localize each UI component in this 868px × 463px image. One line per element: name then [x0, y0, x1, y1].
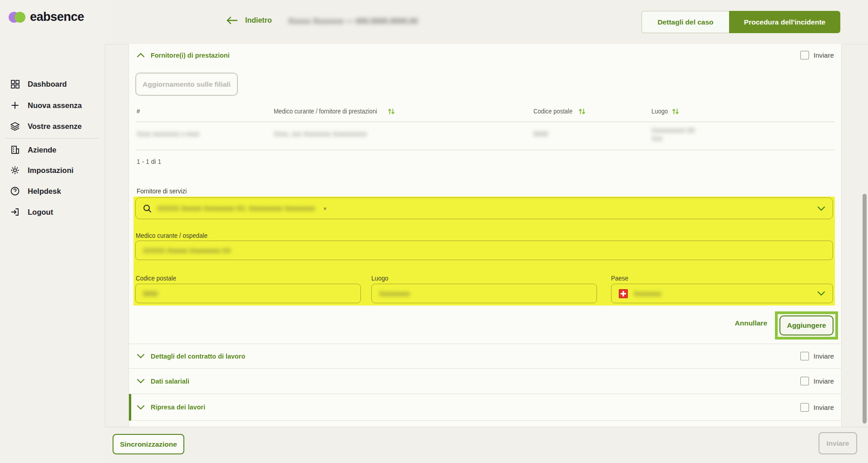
send-salary-group: Inviare: [800, 377, 834, 385]
section-title: Dettagli del contratto di lavoro: [151, 352, 245, 360]
back-button[interactable]: Indietro: [226, 15, 272, 25]
send-salary-checkbox[interactable]: [800, 377, 809, 385]
service-provider-value: XXXXX Xxxxxx Xxxxxxxxx XX, Xxxxxxxxxx Xx…: [157, 205, 315, 212]
table-row-divider: [135, 150, 835, 150]
postal-input-value: 0000: [143, 290, 158, 297]
sidebar-item-impostazioni[interactable]: Impostazioni: [10, 163, 74, 178]
dashboard-grid-icon: [10, 79, 20, 89]
chevron-up-icon: [137, 53, 145, 58]
sidebar-item-vostre-assenze[interactable]: Vostre assenze: [10, 118, 82, 134]
incident-procedure-panel: Fornitore(i) di prestazioni Inviare Aggi…: [128, 44, 842, 427]
country-field-label: Paese: [611, 275, 628, 282]
swiss-flag-icon: [619, 289, 628, 298]
sidebar-item-label: Nuova assenza: [28, 101, 82, 110]
country-select-value: Xxxxxxxx: [634, 290, 661, 297]
synchronization-button[interactable]: Sincronizzazione: [113, 434, 184, 454]
service-provider-label: Fornitore di servizi: [137, 187, 187, 195]
sort-icon[interactable]: [578, 108, 586, 115]
section-title: Fornitore(i) di prestazioni: [151, 51, 230, 59]
table-header-divider: [135, 122, 835, 122]
place-input-value: Xxxxxxxxx: [379, 290, 410, 297]
sidebar-item-helpdesk[interactable]: Helpdesk: [10, 183, 61, 199]
tab-case-details[interactable]: Dettagli del caso: [641, 11, 729, 33]
place-field-label: Luogo: [371, 275, 389, 282]
sidebar-divider: [6, 138, 99, 138]
brand-name: eabsence: [30, 10, 84, 24]
pagination-info: 1 - 1 di 1: [137, 158, 161, 165]
sidebar-item-logout[interactable]: Logout: [10, 204, 53, 220]
sort-icon[interactable]: [672, 108, 679, 115]
send-contract-checkbox[interactable]: [800, 352, 809, 360]
sort-icon[interactable]: [388, 108, 395, 115]
send-contract-label: Inviare: [814, 352, 834, 360]
column-header-doctor[interactable]: Medico curante / fornitore di prestazion…: [274, 108, 395, 115]
eabsence-logo-icon: [9, 12, 25, 23]
chevron-down-icon: [137, 379, 145, 384]
column-header-place[interactable]: Luogo: [651, 108, 679, 115]
send-providers-group: Inviare: [800, 51, 834, 59]
table-row-cell-postal[interactable]: 0000: [533, 130, 548, 138]
table-row-cell-doctor[interactable]: Xxxx, xxx Xxxxxxxx Xxxxxxxxxx: [274, 130, 367, 138]
plus-icon: [10, 100, 20, 110]
send-resumption-label: Inviare: [814, 404, 834, 411]
chevron-down-icon: [137, 405, 145, 410]
sidebar-item-dashboard[interactable]: Dashboard: [10, 76, 67, 92]
add-button-highlight-frame: Aggiungere: [775, 311, 838, 340]
chevron-down-icon: [137, 354, 145, 359]
sidebar-item-label: Impostazioni: [28, 166, 74, 175]
service-provider-select[interactable]: XXXXX Xxxxxx Xxxxxxxxx XX, Xxxxxxxxxx Xx…: [135, 197, 833, 219]
section-contract-details-header[interactable]: Dettagli del contratto di lavoro Inviare: [129, 344, 841, 369]
question-circle-icon: [10, 186, 20, 196]
section-work-resumption-header[interactable]: Ripresa dei lavori Inviare: [129, 394, 841, 421]
chevron-down-icon[interactable]: [817, 206, 825, 211]
brand-logo[interactable]: eabsence: [9, 10, 84, 24]
column-header-number: #: [137, 108, 140, 115]
update-branches-button[interactable]: Aggiornamento sulle filiali: [135, 73, 238, 96]
doctor-input-value: XXXXX Xxxxxx Xxxxxxxxx XX: [143, 247, 231, 254]
search-icon: [143, 204, 152, 213]
table-row-cell-place[interactable]: Xxxxxxxxxx 00: [651, 127, 695, 134]
sidebar-item-aziende[interactable]: Aziende: [10, 142, 56, 158]
table-row-cell-place-2[interactable]: Xxx: [651, 135, 662, 142]
send-providers-checkbox[interactable]: [800, 51, 809, 59]
layers-icon: [10, 121, 20, 131]
case-tabs: Dettagli del caso Procedura dell'inciden…: [641, 11, 840, 33]
case-title-redacted: Xxxxx Xxxxxxx — 000.0000.0000.00: [288, 17, 418, 26]
doctor-input[interactable]: XXXXX Xxxxxx Xxxxxxxxx XX: [135, 241, 833, 260]
section-salary-data-header[interactable]: Dati salariali Inviare: [129, 369, 841, 394]
back-arrow-icon: [226, 15, 238, 25]
highlighted-form-area: XXXXX Xxxxxx Xxxxxxxxx XX, Xxxxxxxxxx Xx…: [133, 197, 835, 305]
section-providers-header[interactable]: Fornitore(i) di prestazioni Inviare: [129, 44, 841, 66]
building-icon: [10, 145, 20, 155]
cancel-button[interactable]: Annullare: [732, 319, 770, 328]
add-button[interactable]: Aggiungere: [779, 315, 833, 335]
table-row-cell-number[interactable]: Xxxx xxxxxxxx x xxxx: [137, 130, 199, 138]
sidebar-item-label: Helpdesk: [28, 187, 61, 196]
send-contract-group: Inviare: [800, 352, 834, 360]
column-header-postal[interactable]: Codice postale: [533, 108, 586, 115]
page-footer: Sincronizzazione Inviare: [105, 427, 868, 463]
doctor-field-label: Medico curante / ospedale: [136, 232, 207, 239]
sidebar-item-label: Dashboard: [28, 80, 67, 89]
sidebar: eabsence Dashboard Nuova assenza Vostre …: [0, 0, 105, 463]
submit-button-disabled[interactable]: Inviare: [819, 432, 857, 454]
postal-input[interactable]: 0000: [135, 284, 361, 303]
country-select[interactable]: Xxxxxxxx: [611, 284, 833, 303]
back-label: Indietro: [245, 16, 272, 25]
postal-field-label: Codice postale: [136, 275, 176, 282]
sidebar-item-label: Logout: [28, 208, 53, 217]
send-resumption-group: Inviare: [800, 403, 834, 412]
tab-incident-procedure[interactable]: Procedura dell'incidente: [729, 11, 840, 33]
send-providers-label: Inviare: [814, 51, 834, 59]
sidebar-item-nuova-assenza[interactable]: Nuova assenza: [10, 98, 82, 113]
send-resumption-checkbox[interactable]: [800, 403, 809, 412]
section-title: Ripresa dei lavori: [151, 403, 205, 411]
eabsence-app: eabsence Dashboard Nuova assenza Vostre …: [0, 0, 868, 463]
logout-icon: [10, 207, 20, 217]
chevron-down-icon[interactable]: [817, 291, 825, 296]
page-header: Indietro Xxxxx Xxxxxxx — 000.0000.0000.0…: [105, 0, 868, 44]
place-input[interactable]: Xxxxxxxxx: [371, 284, 597, 303]
remove-tag-icon[interactable]: ×: [323, 205, 327, 212]
scrollbar-thumb[interactable]: [863, 194, 867, 424]
sidebar-item-label: Aziende: [28, 146, 56, 154]
